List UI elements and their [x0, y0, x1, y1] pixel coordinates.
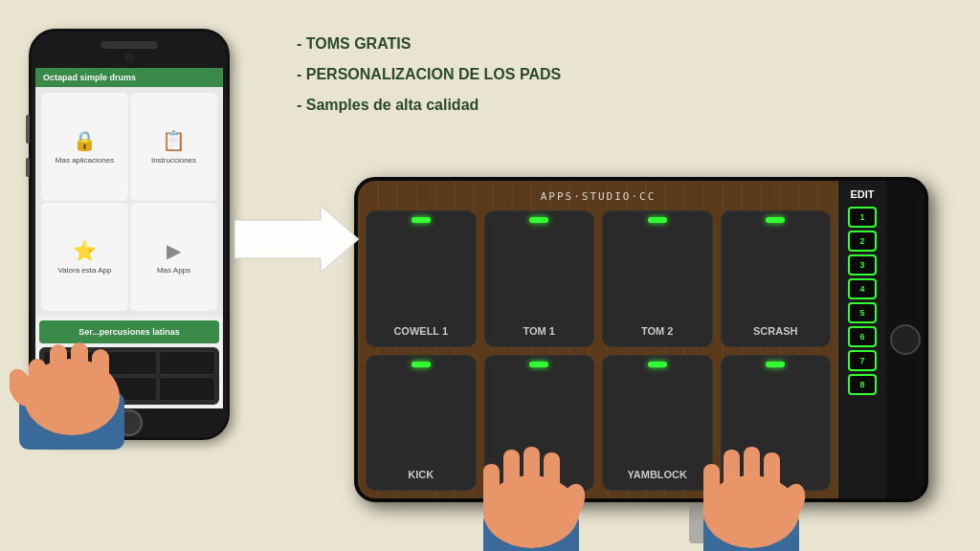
arrow [234, 201, 359, 277]
right-phone-container: APPS·STUDIO·CC COWELL 1 TOM 1 TOM 2 S [354, 177, 928, 502]
phone-side-button-2 [26, 158, 30, 177]
phone-side-button-1 [26, 115, 30, 143]
star-icon: ⭐ [73, 239, 97, 262]
lock-icon: 🔒 [73, 129, 97, 152]
menu-item-label-3: Mas Apps [157, 266, 190, 275]
pad-led-7 [766, 362, 785, 367]
pad-label-3: SCRASH [753, 325, 797, 341]
edit-btn-7[interactable]: 7 [848, 350, 877, 371]
pad-led-2 [648, 217, 667, 223]
menu-item-2[interactable]: ⭐ Valora esta App [41, 203, 128, 311]
pad-cowell1[interactable]: COWELL 1 [366, 210, 477, 347]
right-phone-screen: APPS·STUDIO·CC COWELL 1 TOM 1 TOM 2 S [358, 181, 838, 498]
menu-item-label-2: Valora esta App [58, 266, 112, 275]
pad-led-4 [412, 362, 431, 367]
hand-left [10, 306, 134, 450]
pad-label-1: TOM 1 [523, 325, 555, 341]
bullet-0: - TOMS GRATIS [297, 29, 660, 59]
text-area: - TOMS GRATIS - PERSONALIZACION DE LOS P… [297, 29, 660, 121]
edit-btn-1[interactable]: 1 [848, 207, 877, 228]
pad-label-4: KICK [408, 469, 434, 484]
footer-box-right [689, 505, 756, 543]
menu-item-3[interactable]: ▶ Mas Apps [130, 203, 217, 311]
svg-marker-7 [234, 206, 359, 273]
brand-bar: APPS·STUDIO·CC [366, 188, 831, 205]
svg-rect-3 [50, 344, 67, 402]
pad-tom2[interactable]: TOM 2 [602, 210, 713, 347]
edit-btn-2[interactable]: 2 [848, 231, 877, 252]
pad-led-1 [529, 217, 548, 223]
svg-rect-5 [92, 349, 109, 402]
hand-left-svg [10, 306, 134, 450]
pad-tom1[interactable]: TOM 1 [484, 210, 595, 347]
right-home-button[interactable] [890, 324, 921, 355]
edit-sidebar: EDIT 1 2 3 4 5 6 7 8 [838, 181, 886, 498]
play-icon: ▶ [167, 239, 181, 262]
footer-box-left [507, 505, 565, 543]
mini-pad-cell-5 [159, 377, 215, 401]
edit-btn-4[interactable]: 4 [848, 278, 877, 299]
edit-btn-8[interactable]: 8 [848, 374, 877, 395]
edit-btn-5[interactable]: 5 [848, 302, 877, 323]
instructions-icon: 📋 [162, 129, 186, 152]
pad-grid: COWELL 1 TOM 1 TOM 2 SCRASH KICK [366, 210, 831, 491]
arrow-svg [234, 201, 359, 277]
bullet-2: - Samples de alta calidad [297, 90, 660, 121]
right-phone-home-area [886, 181, 924, 498]
svg-rect-4 [71, 342, 88, 402]
edit-btn-6[interactable]: 6 [848, 326, 877, 347]
phone-camera [124, 53, 134, 62]
edit-btn-3[interactable]: 3 [848, 254, 877, 276]
pad-kick[interactable]: KICK [366, 355, 477, 492]
pad-led-3 [766, 217, 785, 223]
pad-5[interactable] [484, 355, 595, 492]
phone-status-bar: Octapad simple drums [35, 68, 223, 87]
edit-label: EDIT [850, 188, 874, 200]
menu-item-label-0: Mas aplicaciones [56, 156, 114, 165]
phone-speaker [100, 41, 158, 49]
pad-scrash[interactable]: SCRASH [721, 210, 832, 347]
menu-item-label-1: Instrucciones [151, 156, 196, 165]
bullet-1: - PERSONALIZACION DE LOS PADS [297, 59, 660, 90]
phone-menu-grid: 🔒 Mas aplicaciones 📋 Instrucciones ⭐ Val… [35, 87, 223, 317]
menu-item-1[interactable]: 📋 Instrucciones [130, 93, 217, 201]
pad-led-5 [529, 362, 548, 367]
pad-led-0 [412, 217, 431, 223]
pad-led-6 [648, 362, 667, 367]
menu-item-0[interactable]: 🔒 Mas aplicaciones [41, 93, 128, 201]
pad-label-2: TOM 2 [641, 325, 673, 341]
right-phone: APPS·STUDIO·CC COWELL 1 TOM 1 TOM 2 S [354, 177, 928, 502]
pad-7[interactable] [721, 355, 832, 492]
mini-pad-cell-2 [159, 351, 215, 375]
pad-label-6: YAMBLOCK [627, 469, 687, 484]
pad-label-0: COWELL 1 [393, 325, 448, 341]
pad-yamblock[interactable]: YAMBLOCK [602, 355, 713, 492]
